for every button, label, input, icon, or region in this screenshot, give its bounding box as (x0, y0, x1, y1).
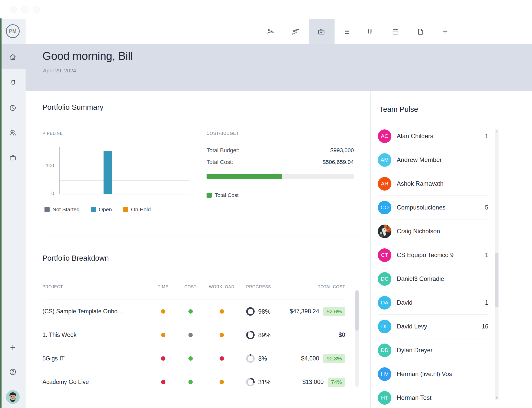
tab-document[interactable] (412, 19, 429, 44)
team-pulse-list: AC (378, 124, 488, 408)
table-row[interactable]: 5Gigs IT 3% $4,600 90.8% (42, 347, 345, 370)
user-avatar[interactable] (6, 390, 20, 404)
total-cost-cell: $47,398.24 52.6% (293, 307, 345, 316)
member-avatar: CO (378, 201, 391, 214)
member-avatar (378, 225, 391, 238)
people-icon (9, 129, 17, 137)
cost-progress-fill (207, 174, 282, 179)
pipeline-bar[interactable] (104, 151, 112, 194)
member-avatar: DL (378, 320, 391, 333)
avatar-initials: CO (381, 204, 389, 211)
table-row[interactable]: Academy Go Live 31% $13,000 74% (42, 370, 345, 394)
sidebar-item-team[interactable] (0, 123, 26, 142)
member-count: 5 (485, 204, 488, 211)
sidebar-item-portfolio[interactable] (0, 148, 26, 167)
progress-value: 3% (258, 355, 267, 362)
member-name: Alan Childers (397, 133, 480, 140)
scroll-down-icon[interactable] (496, 397, 498, 399)
table-row[interactable]: (CS) Sample Template Onbo... 98% $47,398… (42, 300, 345, 323)
member-name: Herman Test (397, 394, 483, 401)
team-member-row[interactable]: DC (378, 267, 488, 291)
sidebar-item-home[interactable] (0, 48, 26, 67)
avatar-initials: DL (381, 323, 388, 329)
cost-status-dot (188, 309, 193, 314)
team-scrollbar[interactable] (495, 129, 499, 400)
legend-swatch (44, 207, 50, 212)
tab-task-list[interactable] (338, 19, 355, 44)
sidebar-item-notifications[interactable] (0, 73, 26, 92)
tab-calendar[interactable] (387, 19, 404, 44)
project-name[interactable]: (CS) Sample Template Onbo... (42, 308, 145, 315)
page-title: Good morning, Bill (42, 50, 133, 62)
gridline (82, 147, 82, 194)
legend-item: Not Started (44, 206, 80, 213)
total-cost-cell: $4,600 90.8% (293, 354, 345, 363)
traffic-light-minimize-icon[interactable] (21, 6, 28, 13)
team-pulse-title: Team Pulse (379, 105, 418, 114)
team-scrollbar-thumb[interactable] (495, 253, 499, 307)
project-name[interactable]: 5Gigs IT (42, 355, 145, 362)
col-header-progress[interactable]: PROGRESS (244, 285, 293, 289)
clock-icon (9, 104, 17, 112)
progress-cell: 98% (244, 307, 293, 316)
sidebar-add-button[interactable] (0, 338, 26, 357)
traffic-light-close-icon[interactable] (10, 6, 17, 13)
total-cost-cell: $0 (293, 332, 345, 338)
project-name[interactable]: Academy Go Live (42, 379, 145, 385)
traffic-light-zoom-icon[interactable] (33, 6, 40, 13)
add-view-button[interactable] (437, 19, 453, 44)
avatar-initials: DD (381, 347, 388, 353)
time-status-dot (161, 333, 165, 337)
table-scrollbar-thumb[interactable] (355, 290, 359, 331)
tab-team-activity[interactable] (287, 19, 304, 44)
budget-variance-badge: 74% (328, 378, 345, 387)
col-header-time[interactable]: TIME (145, 285, 182, 289)
window-left-edge (0, 18, 2, 408)
member-avatar: DC (378, 272, 391, 286)
pipeline-legend: Not Started Open On Hold (44, 206, 151, 213)
col-header-total-cost[interactable]: TOTAL COST (293, 285, 345, 289)
page-date: April 29, 2024 (43, 68, 76, 74)
team-member-row[interactable]: DL (378, 314, 488, 338)
project-name[interactable]: 1. This Week (42, 332, 145, 338)
member-count: 1 (485, 299, 488, 306)
member-name: Ashok Ramavath (397, 180, 483, 187)
portfolio-breakdown-title: Portfolio Breakdown (42, 254, 109, 262)
col-header-project[interactable]: PROJECT (42, 285, 145, 289)
table-scrollbar[interactable] (355, 290, 359, 387)
pm-logo[interactable]: PM (6, 24, 20, 38)
sidebar-help-button[interactable] (0, 362, 26, 381)
team-member-row[interactable]: CT (378, 243, 488, 267)
team-member-row[interactable]: AM (378, 148, 488, 172)
time-status-dot (161, 309, 165, 314)
team-member-row[interactable]: DD (378, 338, 488, 362)
view-toolbar (26, 19, 532, 44)
tab-kanban[interactable] (362, 19, 378, 44)
plus-icon (9, 344, 17, 351)
team-member-row[interactable]: DA (378, 291, 488, 314)
scroll-up-icon[interactable] (496, 131, 498, 132)
tab-portfolio-health[interactable] (313, 19, 330, 44)
team-member-row[interactable]: AR (378, 172, 488, 195)
cost-status-dot (188, 333, 193, 337)
gridline (125, 147, 125, 194)
cost-legend-swatch (207, 193, 212, 198)
col-header-workload[interactable]: WORKLOAD (199, 285, 244, 289)
team-member-row[interactable]: CO (378, 195, 488, 219)
sidebar-item-recent[interactable] (0, 98, 26, 117)
member-name: Compusoluciones (397, 204, 480, 211)
legend-swatch (91, 207, 96, 212)
col-header-cost[interactable]: COST (182, 285, 199, 289)
team-member-row[interactable]: HV (378, 362, 488, 386)
team-member-row[interactable]: AC (378, 124, 488, 148)
tab-my-work[interactable] (263, 19, 279, 44)
total-cost-value: $506,659.04 (323, 159, 354, 166)
member-avatar: AC (378, 129, 391, 143)
total-cost-value: $47,398.24 (290, 308, 319, 315)
team-member-row[interactable]: HT (378, 386, 488, 408)
cost-status-dot (188, 356, 193, 361)
avatar-initials: HV (381, 371, 388, 377)
table-row[interactable]: 1. This Week 89% $0 (42, 323, 345, 347)
y-axis-tick-100: 100 (35, 163, 54, 169)
team-member-row[interactable]: Craig Nicholson (378, 219, 488, 243)
